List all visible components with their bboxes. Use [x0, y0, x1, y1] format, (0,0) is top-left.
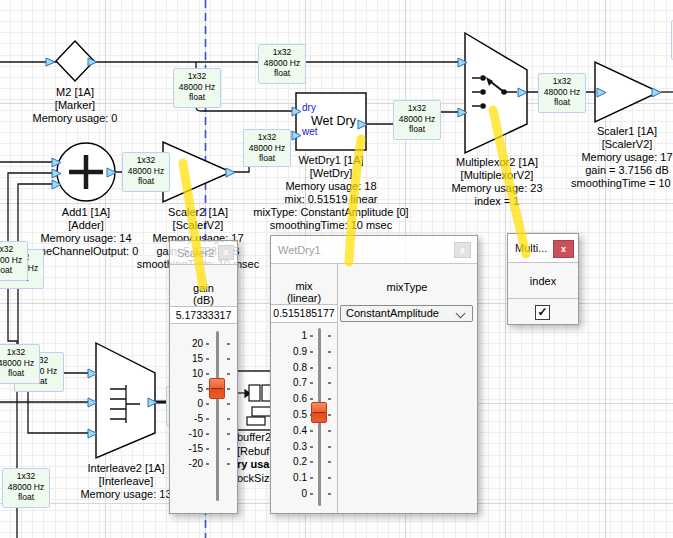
tick-mark [310, 493, 313, 495]
scaler1-label-line: Memory usage: 17 [571, 151, 673, 164]
scaler1-label: Scaler1 [1A] [ScalerV2] Memory usage: 17… [571, 125, 673, 190]
wire-type-label: 1x3248000 Hzfloat [173, 68, 221, 108]
multiplexor-panel-title: Multi... [515, 242, 547, 254]
wetdry1-label-line: mixType: ConstantAmplitude [0] [253, 206, 408, 219]
tick-mark [206, 343, 209, 345]
multiplexor2-label-line: Memory usage: 23 [451, 182, 542, 195]
tick-mark [328, 382, 331, 384]
tick-mark [227, 373, 230, 375]
mixtype-column: mixType ConstantAmplitude [337, 264, 477, 513]
wetdry1-panel[interactable]: WetDry1 x mix (linear) 0.515185177 10.90… [270, 235, 478, 514]
tick-mark [328, 414, 331, 416]
tick-mark [227, 418, 230, 420]
tick-mark [206, 448, 209, 450]
row-divider [508, 298, 578, 299]
tick-mark [328, 367, 331, 369]
port-m2-in[interactable] [46, 58, 55, 66]
tick-mark [310, 477, 313, 479]
add1-label-line: Memory usage: 14 [34, 232, 139, 245]
wire-type-label: 1x3248000 Hzfloat [0, 344, 40, 384]
tick-mark [310, 446, 313, 448]
mixtype-dropdown[interactable]: ConstantAmplitude [340, 305, 473, 322]
tick-mark [310, 461, 313, 463]
slider-ticks: 20151050-5-10-15-20 [170, 265, 237, 513]
multiplexor2-label-line: index = 1 [451, 195, 542, 208]
wetdry1-label-line: smoothingTime: 10 msec [253, 219, 408, 232]
chevron-down-icon [456, 309, 466, 319]
tick-label: 0.1 [271, 472, 307, 484]
index-checkbox[interactable]: ✓ [535, 305, 550, 320]
interleave2-label: Interleave2 [1A] [Interleave] Memory usa… [80, 462, 171, 501]
slider-tick: 0 [271, 488, 337, 500]
wetdry1-panel-titlebar[interactable]: WetDry1 x [271, 236, 477, 264]
tick-mark [206, 373, 209, 375]
slider-tick: 0.5 [271, 409, 337, 421]
slider-tick: 0.3 [271, 441, 337, 453]
scaler2-label-line: Scaler2 [1A] [137, 206, 259, 219]
tick-mark [328, 430, 331, 432]
tick-mark [328, 351, 331, 353]
tick-mark [227, 388, 230, 390]
tick-mark [206, 358, 209, 360]
slider-tick: 0.4 [271, 425, 337, 437]
mix-slider-handle[interactable] [311, 402, 327, 423]
tick-mark [227, 358, 230, 360]
mix-column: mix (linear) 0.515185177 10.90.80.70.60.… [271, 264, 337, 513]
tick-mark [328, 446, 331, 448]
tick-mark [328, 493, 331, 495]
wetdry-dry-pin-label: dry [302, 102, 316, 113]
scaler2-panel-title: Scaler2 [177, 247, 214, 259]
tick-mark [227, 463, 230, 465]
tick-label: 0.6 [271, 393, 307, 405]
tick-label: 0.3 [271, 441, 307, 453]
close-icon[interactable]: x [454, 242, 471, 258]
tick-label: 1 [271, 330, 307, 342]
interleave2-label-line: [Interleave] [80, 475, 171, 488]
tick-label: 0 [170, 398, 203, 410]
tick-label: 15 [170, 353, 203, 365]
multiplexor2-label-line: [MultiplexorV2] [451, 169, 542, 182]
tick-mark [310, 335, 313, 337]
mixtype-header: mixType [337, 281, 477, 293]
wetdry1-panel-body: mix (linear) 0.515185177 10.90.80.70.60.… [271, 264, 477, 513]
slider-tick: 10 [170, 368, 237, 380]
interleave2-label-line: Memory usage: 13 [80, 488, 171, 501]
slider-tick: 0.9 [271, 346, 337, 358]
add1-label-line: Add1 [1A] [34, 206, 139, 219]
gain-slider-handle[interactable] [209, 378, 225, 399]
wire-type-label: 1x3248000 Hzfloat [243, 129, 291, 167]
close-icon[interactable]: x [218, 245, 234, 260]
scaler2-panel[interactable]: Scaler2 x gain (dB) 5.17333317 20151050-… [169, 240, 238, 514]
wire-type-label: 1x3248000 Hzfloat [0, 241, 28, 281]
scaler2-panel-body: gain (dB) 5.17333317 20151050-5-10-15-20 [170, 265, 237, 513]
slider-tick: 0 [170, 398, 237, 410]
scaler2-panel-titlebar[interactable]: Scaler2 x [170, 241, 237, 265]
slider-tick: 15 [170, 353, 237, 365]
wire-type-label: 1x3248000 Hzfloat [538, 73, 586, 113]
scaler2-shape[interactable] [163, 142, 231, 202]
interleave2-shape[interactable] [96, 343, 155, 458]
wire-type-label: 1x3248000 Hzfloat [2, 468, 50, 508]
port-scaler2-out[interactable] [226, 168, 235, 177]
tick-label: 5 [170, 383, 203, 395]
multiplexor-panel[interactable]: Multi... x index ✓ [507, 233, 579, 325]
multiplexor2-label-line: Multiplexor2 [1A] [451, 156, 542, 169]
close-icon[interactable]: x [553, 240, 574, 258]
multiplexor-panel-titlebar[interactable]: Multi... x [508, 234, 578, 263]
scaler2-label-line: [ScalerV2] [137, 219, 259, 232]
tick-label: -10 [170, 428, 203, 440]
tick-mark [310, 367, 313, 369]
tick-label: 0.9 [271, 346, 307, 358]
tick-mark [227, 403, 230, 405]
add1-shape[interactable] [57, 143, 115, 201]
port-scaler1-out[interactable] [652, 88, 661, 97]
tick-label: 0.2 [271, 456, 307, 468]
slider-tick: 0.2 [271, 456, 337, 468]
slider-tick: 0.1 [271, 472, 337, 484]
tick-label: -15 [170, 443, 203, 455]
tick-mark [328, 461, 331, 463]
tick-mark [227, 433, 230, 435]
diagram-canvas[interactable]: M2 [1A] [Marker] Memory usage: 0 Add1 [1… [0, 0, 673, 538]
m2-label-line: Memory usage: 0 [33, 112, 118, 125]
wetdry-block-name: Wet Dry [311, 114, 356, 128]
